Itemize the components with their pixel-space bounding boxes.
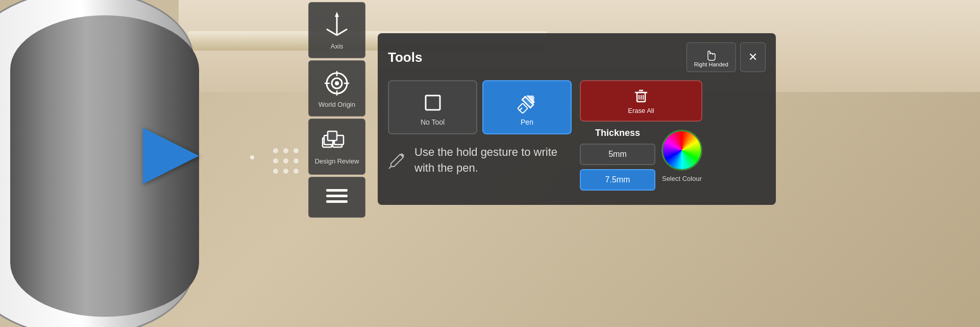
- axis-label: Axis: [331, 42, 344, 50]
- hand-icon: [704, 47, 718, 61]
- svg-marker-3: [335, 12, 339, 17]
- svg-rect-17: [326, 195, 348, 197]
- dot: [293, 169, 299, 174]
- dot: [273, 158, 278, 164]
- target-icon: [323, 69, 351, 98]
- cursor-dot: [250, 155, 254, 159]
- svg-line-23: [519, 108, 522, 111]
- axis-icon: [323, 11, 351, 39]
- thickness-7-5mm-label: 7.5mm: [605, 175, 630, 184]
- tool-buttons-area: No Tool Pen: [388, 80, 572, 195]
- colour-section: Select Colour: [662, 128, 702, 182]
- no-tool-label: No Tool: [421, 118, 445, 126]
- no-tool-icon: [422, 91, 444, 114]
- no-tool-button[interactable]: No Tool: [388, 80, 477, 134]
- tools-title: Tools: [388, 50, 422, 65]
- toolbar-btn-menu[interactable]: [308, 177, 365, 218]
- svg-rect-20: [426, 96, 440, 110]
- svg-line-24: [389, 167, 391, 169]
- trash-icon: [633, 87, 649, 104]
- svg-rect-18: [326, 200, 348, 203]
- dot: [283, 148, 288, 153]
- thickness-title: Thickness: [580, 128, 655, 138]
- dot: [283, 169, 288, 174]
- pen-tool-button[interactable]: Pen: [482, 80, 572, 134]
- blue-arrow-pointer: [143, 128, 199, 184]
- erase-all-label: Erase All: [628, 107, 654, 114]
- dot: [293, 158, 299, 164]
- svg-point-6: [335, 81, 339, 85]
- svg-rect-15: [328, 131, 337, 141]
- tools-panel-header: Tools Right Handed ✕: [388, 42, 766, 72]
- pen-label: Pen: [521, 118, 533, 126]
- close-icon: ✕: [748, 51, 757, 64]
- instruction-area: Use the hold gesture to write with the p…: [388, 139, 572, 181]
- header-right: Right Handed ✕: [687, 42, 766, 72]
- colour-wheel[interactable]: [662, 130, 702, 171]
- instruction-text: Use the hold gesture to write with the p…: [414, 145, 572, 176]
- menu-icon: [324, 186, 350, 205]
- thickness-5mm-button[interactable]: 5mm: [580, 144, 655, 165]
- close-button[interactable]: ✕: [740, 42, 766, 72]
- thickness-5mm-label: 5mm: [608, 150, 627, 158]
- thickness-section: Thickness 5mm 7.5mm: [580, 128, 655, 195]
- pen-small-icon: [388, 151, 406, 170]
- erase-all-button[interactable]: Erase All: [580, 80, 702, 122]
- tool-buttons-row: No Tool Pen: [388, 80, 572, 134]
- tools-panel: Tools Right Handed ✕: [378, 33, 776, 205]
- thickness-colour-row: Thickness 5mm 7.5mm Select Colour: [580, 128, 702, 195]
- thickness-7-5mm-button[interactable]: 7.5mm: [580, 169, 655, 191]
- toolbar: Axis World Origin Design Review: [306, 0, 368, 220]
- pen-icon: [516, 91, 538, 114]
- svg-rect-21: [518, 103, 528, 113]
- design-review-label: Design Review: [315, 157, 359, 165]
- world-origin-label: World Origin: [318, 101, 355, 108]
- cubes-icon: [322, 129, 352, 154]
- dot: [273, 148, 278, 153]
- tools-body: No Tool Pen: [388, 80, 766, 195]
- toolbar-btn-design-review[interactable]: Design Review: [308, 119, 365, 175]
- svg-line-1: [327, 29, 337, 35]
- svg-line-2: [337, 29, 347, 35]
- toolbar-btn-axis[interactable]: Axis: [308, 2, 365, 58]
- dots-grid: [273, 148, 300, 175]
- svg-rect-16: [326, 189, 348, 192]
- dot: [283, 158, 288, 164]
- dot: [293, 148, 299, 153]
- right-handed-button[interactable]: Right Handed: [687, 42, 736, 72]
- right-panel: Erase All Thickness 5mm 7.5mm Select Col…: [580, 80, 702, 195]
- dot: [273, 169, 278, 174]
- right-handed-label: Right Handed: [694, 61, 728, 67]
- toolbar-btn-world-origin[interactable]: World Origin: [308, 60, 365, 116]
- colour-label: Select Colour: [662, 175, 702, 182]
